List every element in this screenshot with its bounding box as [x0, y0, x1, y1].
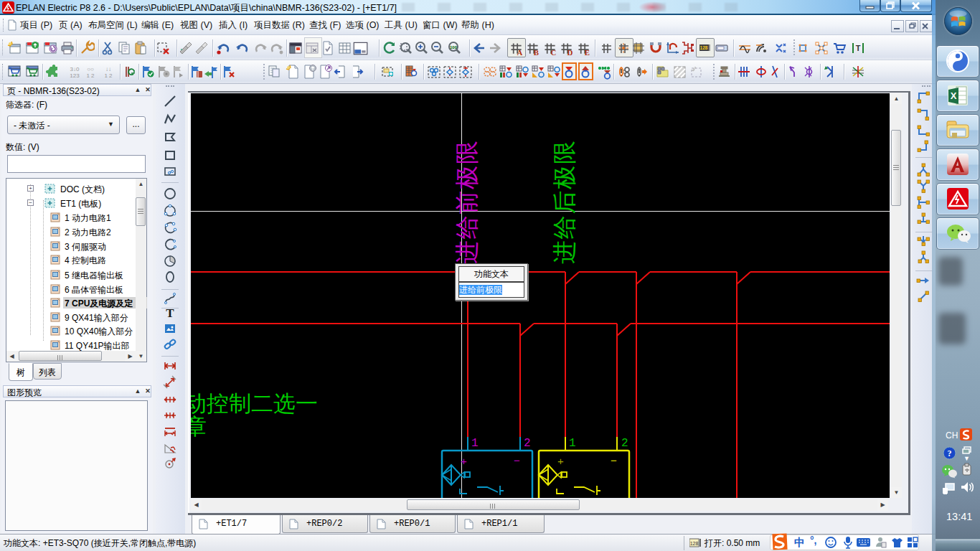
svg-text:128: 128	[700, 45, 708, 50]
svg-text:1 2: 1 2	[86, 72, 95, 79]
svg-text:B: B	[534, 48, 539, 57]
svg-text:章: 章	[191, 414, 207, 439]
svg-text:100: 100	[450, 45, 458, 50]
svg-text:?: ?	[948, 448, 952, 458]
svg-text:123: 123	[70, 72, 80, 79]
svg-text:+: +	[461, 455, 467, 467]
svg-text:C: C	[551, 48, 557, 57]
svg-text:E: E	[585, 48, 590, 57]
svg-text:1 2: 1 2	[104, 72, 113, 79]
svg-text:T: T	[166, 306, 174, 320]
svg-text:1: 1	[569, 437, 576, 450]
svg-text:X: X	[951, 90, 957, 101]
svg-text:128: 128	[690, 541, 699, 546]
svg-text:进给后极限: 进给后极限	[551, 141, 578, 264]
svg-text:进给前极限: 进给前极限	[453, 141, 480, 264]
svg-text:T: T	[856, 44, 861, 52]
svg-text:D: D	[567, 48, 573, 57]
svg-text:2: 2	[524, 437, 531, 450]
svg-text:○○: ○○	[87, 66, 94, 72]
svg-text:+: +	[557, 455, 564, 467]
svg-text:3↓0: 3↓0	[70, 66, 80, 72]
svg-text:−: −	[514, 454, 520, 466]
svg-text:动控制二选一: 动控制二选一	[191, 391, 318, 416]
svg-text:2: 2	[621, 437, 628, 450]
svg-text:A: A	[517, 48, 523, 57]
svg-text:1: 1	[471, 437, 479, 450]
svg-text:−: −	[611, 454, 617, 466]
svg-text:↓↓: ↓↓	[105, 66, 111, 72]
